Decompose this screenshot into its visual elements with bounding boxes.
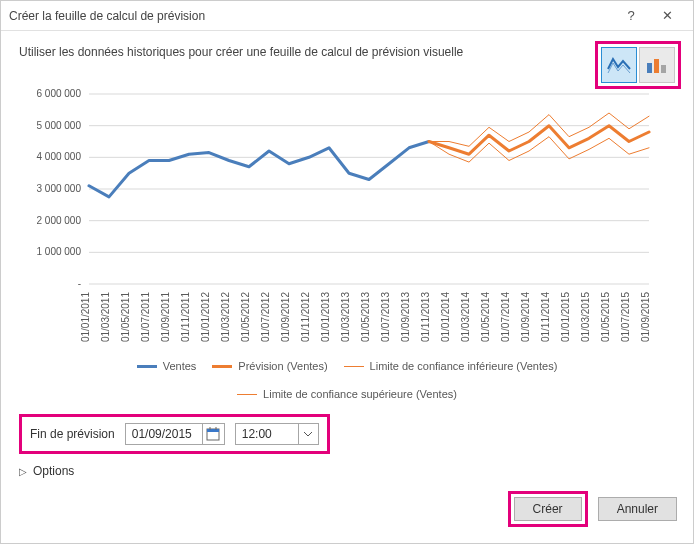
legend-label: Limite de confiance inférieure (Ventes) xyxy=(370,360,558,372)
create-button[interactable]: Créer xyxy=(514,497,582,521)
cancel-button[interactable]: Annuler xyxy=(598,497,677,521)
options-label: Options xyxy=(33,464,74,478)
legend-item: Limite de confiance inférieure (Ventes) xyxy=(344,360,558,372)
legend-item: Ventes xyxy=(137,360,197,372)
svg-text:01/05/2014: 01/05/2014 xyxy=(480,292,491,342)
svg-text:01/11/2013: 01/11/2013 xyxy=(420,292,431,342)
svg-text:01/09/2015: 01/09/2015 xyxy=(640,292,651,342)
forecast-end-time-field[interactable] xyxy=(235,423,319,445)
close-button[interactable]: ✕ xyxy=(649,1,685,31)
svg-rect-1 xyxy=(654,59,659,73)
bar-chart-toggle[interactable] xyxy=(639,47,675,83)
svg-text:5 000 000: 5 000 000 xyxy=(37,120,82,131)
svg-text:01/07/2014: 01/07/2014 xyxy=(500,292,511,342)
legend-label: Prévision (Ventes) xyxy=(238,360,327,372)
calendar-icon[interactable] xyxy=(202,424,224,444)
chart-type-toggle-highlight xyxy=(595,41,681,89)
svg-text:01/03/2011: 01/03/2011 xyxy=(100,292,111,342)
dialog-subtitle: Utiliser les données historiques pour cr… xyxy=(19,45,675,59)
svg-text:3 000 000: 3 000 000 xyxy=(37,183,82,194)
svg-text:01/09/2013: 01/09/2013 xyxy=(400,292,411,342)
svg-text:1 000 000: 1 000 000 xyxy=(37,246,82,257)
svg-text:01/07/2015: 01/07/2015 xyxy=(620,292,631,342)
svg-text:01/03/2013: 01/03/2013 xyxy=(340,292,351,342)
expand-icon: ▷ xyxy=(19,466,27,477)
svg-rect-0 xyxy=(647,63,652,73)
legend-item: Prévision (Ventes) xyxy=(212,360,327,372)
svg-text:01/09/2012: 01/09/2012 xyxy=(280,292,291,342)
svg-text:01/01/2012: 01/01/2012 xyxy=(200,292,211,342)
svg-text:01/05/2011: 01/05/2011 xyxy=(120,292,131,342)
svg-text:01/07/2011: 01/07/2011 xyxy=(140,292,151,342)
legend-swatch xyxy=(137,365,157,368)
legend-swatch xyxy=(344,366,364,367)
svg-text:01/01/2014: 01/01/2014 xyxy=(440,292,451,342)
window-title: Créer la feuille de calcul de prévision xyxy=(9,9,613,23)
svg-text:2 000 000: 2 000 000 xyxy=(37,215,82,226)
bar-chart-icon xyxy=(645,55,669,75)
svg-text:4 000 000: 4 000 000 xyxy=(37,151,82,162)
svg-rect-2 xyxy=(661,65,666,73)
chevron-down-icon[interactable] xyxy=(298,424,318,444)
legend-swatch xyxy=(212,365,232,368)
svg-text:01/11/2011: 01/11/2011 xyxy=(180,292,191,342)
svg-text:01/03/2012: 01/03/2012 xyxy=(220,292,231,342)
svg-text:01/03/2014: 01/03/2014 xyxy=(460,292,471,342)
svg-rect-47 xyxy=(207,429,219,432)
line-chart-toggle[interactable] xyxy=(601,47,637,83)
legend-label: Ventes xyxy=(163,360,197,372)
forecast-end-time-input[interactable] xyxy=(236,424,298,444)
svg-text:01/01/2013: 01/01/2013 xyxy=(320,292,331,342)
svg-text:01/01/2011: 01/01/2011 xyxy=(80,292,91,342)
svg-text:-: - xyxy=(78,278,81,289)
legend-swatch xyxy=(237,394,257,395)
svg-text:01/03/2015: 01/03/2015 xyxy=(580,292,591,342)
forecast-end-date-field[interactable] xyxy=(125,423,225,445)
svg-text:01/11/2014: 01/11/2014 xyxy=(540,292,551,342)
forecast-end-label: Fin de prévision xyxy=(30,427,115,441)
svg-text:01/07/2013: 01/07/2013 xyxy=(380,292,391,342)
help-button[interactable]: ? xyxy=(613,1,649,31)
svg-text:01/05/2015: 01/05/2015 xyxy=(600,292,611,342)
chart-legend: VentesPrévision (Ventes)Limite de confia… xyxy=(19,360,675,400)
legend-item: Limite de confiance supérieure (Ventes) xyxy=(237,388,457,400)
legend-label: Limite de confiance supérieure (Ventes) xyxy=(263,388,457,400)
line-chart-icon xyxy=(607,55,631,75)
svg-text:01/09/2011: 01/09/2011 xyxy=(160,292,171,342)
svg-text:01/07/2012: 01/07/2012 xyxy=(260,292,271,342)
forecast-end-controls-highlight: Fin de prévision xyxy=(19,414,330,454)
chart-canvas: -1 000 0002 000 0003 000 0004 000 0005 0… xyxy=(19,89,659,354)
svg-text:01/11/2012: 01/11/2012 xyxy=(300,292,311,342)
svg-text:01/09/2014: 01/09/2014 xyxy=(520,292,531,342)
titlebar: Créer la feuille de calcul de prévision … xyxy=(1,1,693,31)
options-expander[interactable]: ▷ Options xyxy=(19,464,675,478)
forecast-chart: -1 000 0002 000 0003 000 0004 000 0005 0… xyxy=(19,89,675,400)
svg-text:01/05/2012: 01/05/2012 xyxy=(240,292,251,342)
dialog-footer: Créer Annuler xyxy=(508,491,677,527)
svg-text:01/01/2015: 01/01/2015 xyxy=(560,292,571,342)
svg-text:6 000 000: 6 000 000 xyxy=(37,89,82,99)
forecast-end-date-input[interactable] xyxy=(126,424,202,444)
svg-text:01/05/2013: 01/05/2013 xyxy=(360,292,371,342)
create-button-highlight: Créer xyxy=(508,491,588,527)
